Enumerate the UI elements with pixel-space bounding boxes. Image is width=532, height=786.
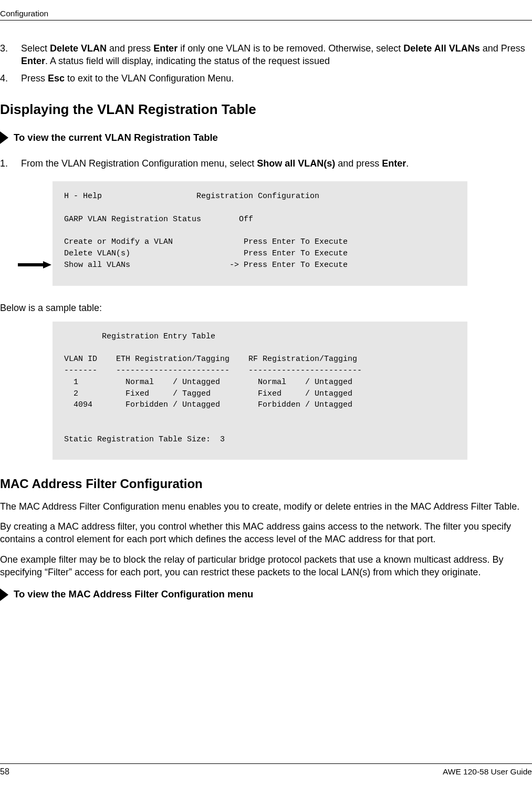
svg-marker-3 [0,588,8,601]
paragraph-2: By creating a MAC address filter, you co… [0,520,532,546]
header-rule [0,20,532,20]
procedure-label: To view the current VLAN Registration Ta… [14,131,218,144]
page-number: 58 [0,766,9,778]
paragraph-1: The MAC Address Filter Configuration men… [0,500,532,513]
pointer-arrow-icon [18,259,51,266]
procedure-heading-1: To view the current VLAN Registration Ta… [0,131,532,144]
step-list-1: 1. From the VLAN Registration Configurat… [0,157,532,170]
step-number: 3. [0,42,8,55]
svg-marker-0 [0,131,8,144]
terminal-output-registration-config: H - Help Registration Configuration GARP… [53,181,467,285]
page: Configuration 3. Select Delete VLAN and … [0,0,532,786]
step-text: From the VLAN Registration Configuration… [21,158,409,169]
codeblock-wrap-2: Registration Entry Table VLAN ID ETH Reg… [53,322,532,460]
paragraph-3: One example filter may be to block the r… [0,553,532,579]
step-item-1: 1. From the VLAN Registration Configurat… [21,157,532,170]
step-list-top: 3. Select Delete VLAN and press Enter if… [0,42,532,85]
step-text: Select Delete VLAN and press Enter if on… [21,43,525,66]
step-number: 4. [0,72,8,85]
sample-table-label: Below is a sample table: [0,302,532,314]
footer-guide-title: AWE 120-58 User Guide [443,767,532,778]
step-text: Press Esc to exit to the VLAN Configurat… [21,73,234,84]
right-arrow-icon [0,131,8,144]
footer-rule [0,763,532,764]
svg-rect-1 [18,263,43,266]
section-heading-mac-filter: MAC Address Filter Configuration [0,475,532,492]
codeblock-wrap-1: H - Help Registration Configuration GARP… [53,181,532,285]
svg-marker-2 [43,261,51,268]
terminal-output-registration-entry-table: Registration Entry Table VLAN ID ETH Reg… [53,322,467,460]
procedure-label: To view the MAC Address Filter Configura… [14,588,253,601]
content-area: 3. Select Delete VLAN and press Enter if… [0,42,532,614]
running-header: Configuration [0,8,48,19]
step-item-3: 3. Select Delete VLAN and press Enter if… [21,42,532,68]
section-heading-vlan-reg-table: Displaying the VLAN Registration Table [0,100,532,119]
procedure-heading-2: To view the MAC Address Filter Configura… [0,588,532,601]
step-item-4: 4. Press Esc to exit to the VLAN Configu… [21,72,532,85]
right-arrow-icon [0,588,8,601]
step-number: 1. [0,157,8,170]
